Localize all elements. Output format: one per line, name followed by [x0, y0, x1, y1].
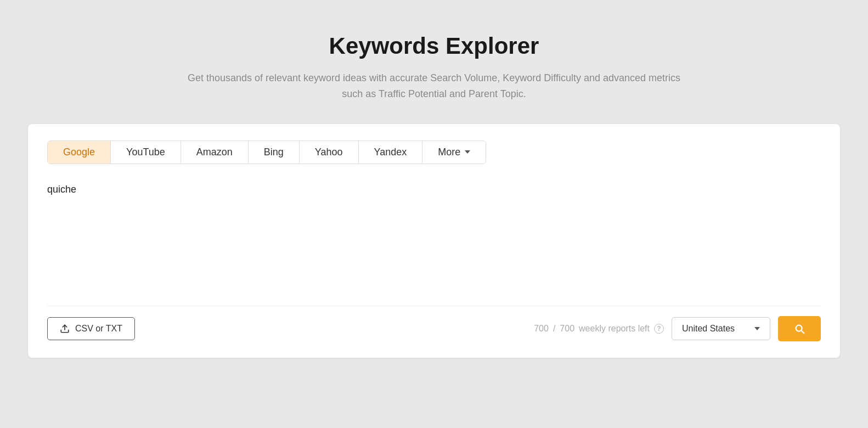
page-title: Keywords Explorer [329, 33, 539, 59]
tab-yandex[interactable]: Yandex [359, 141, 423, 164]
csv-upload-button[interactable]: CSV or TXT [47, 317, 135, 340]
page-subtitle: Get thousands of relevant keyword ideas … [187, 70, 681, 102]
chevron-down-icon [465, 150, 470, 154]
tab-more[interactable]: More [422, 141, 486, 164]
more-label: More [438, 147, 460, 158]
main-card: Google YouTube Amazon Bing Yahoo Yandex … [28, 124, 840, 358]
reports-count: 700 [534, 324, 549, 334]
upload-icon [60, 324, 70, 334]
reports-total: 700 [560, 324, 574, 334]
engine-tabs: Google YouTube Amazon Bing Yahoo Yandex … [47, 140, 486, 164]
keyword-input[interactable]: quiche [47, 179, 821, 300]
help-icon[interactable]: ? [654, 324, 664, 334]
tab-amazon[interactable]: Amazon [181, 141, 249, 164]
search-icon [793, 323, 805, 335]
reports-separator: / [553, 324, 555, 334]
tab-yahoo[interactable]: Yahoo [300, 141, 359, 164]
search-button[interactable] [778, 316, 821, 341]
country-select[interactable]: United States [672, 317, 770, 340]
reports-label: weekly reports left [579, 324, 650, 334]
csv-button-label: CSV or TXT [75, 324, 122, 334]
tab-youtube[interactable]: YouTube [111, 141, 181, 164]
country-label: United States [682, 324, 735, 334]
card-footer: CSV or TXT 700 / 700 weekly reports left… [47, 306, 821, 341]
tab-bing[interactable]: Bing [249, 141, 300, 164]
tab-google[interactable]: Google [48, 141, 111, 164]
country-chevron-icon [754, 327, 760, 330]
footer-right: 700 / 700 weekly reports left ? United S… [534, 316, 821, 341]
reports-info: 700 / 700 weekly reports left ? [534, 324, 664, 334]
